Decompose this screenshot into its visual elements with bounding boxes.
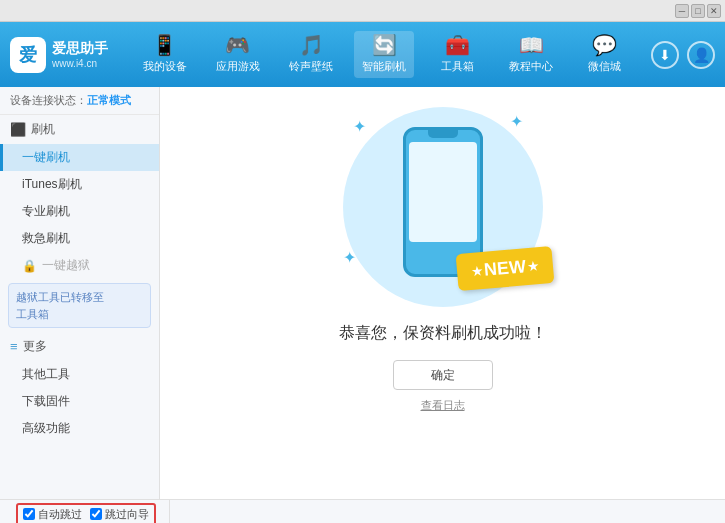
sparkle-icon-3: ✦ — [343, 248, 356, 267]
nav-my-device[interactable]: 📱 我的设备 — [135, 31, 195, 78]
one-key-flash-label: 一键刷机 — [22, 150, 70, 164]
main-container: 设备连接状态：正常模式 ⬛ 刷机 一键刷机 iTunes刷机 专业刷机 救急刷机… — [0, 87, 725, 499]
auto-dismiss-checkbox[interactable]: 自动跳过 — [23, 507, 82, 522]
logo: 爱 爱思助手 www.i4.cn — [10, 37, 108, 73]
other-tools-label: 其他工具 — [22, 367, 70, 381]
flash-section: ⬛ 刷机 一键刷机 iTunes刷机 专业刷机 救急刷机 — [0, 115, 159, 252]
nav-ringtones[interactable]: 🎵 铃声壁纸 — [281, 31, 341, 78]
toolbox-label: 工具箱 — [441, 59, 474, 74]
phone-illustration: ✦ ✦ ✦ NEW — [323, 107, 563, 307]
ringtones-icon: 🎵 — [299, 35, 324, 55]
sidebar-item-save-data-flash[interactable]: 救急刷机 — [0, 225, 159, 252]
save-data-flash-label: 救急刷机 — [22, 231, 70, 245]
auto-dismiss-label: 自动跳过 — [38, 507, 82, 522]
more-section-label: 更多 — [23, 338, 47, 355]
notice-text: 越狱工具已转移至工具箱 — [16, 291, 104, 320]
nav-tutorials[interactable]: 📖 教程中心 — [501, 31, 561, 78]
bottom-bar: 自动跳过 跳过向导 📱 iPhone 12 mini 64GB Down-12m… — [0, 499, 725, 523]
confirm-button[interactable]: 确定 — [393, 360, 493, 390]
toolbox-icon: 🧰 — [445, 35, 470, 55]
logo-text: 爱思助手 www.i4.cn — [52, 39, 108, 70]
success-text: 恭喜您，保资料刷机成功啦！ — [339, 323, 547, 344]
sidebar: 设备连接状态：正常模式 ⬛ 刷机 一键刷机 iTunes刷机 专业刷机 救急刷机… — [0, 87, 160, 499]
auto-dismiss-input[interactable] — [23, 508, 35, 520]
sparkle-icon-1: ✦ — [353, 117, 366, 136]
sidebar-item-one-key-flash[interactable]: 一键刷机 — [0, 144, 159, 171]
status-prefix: 设备连接状态： — [10, 94, 87, 106]
wechat-city-icon: 💬 — [592, 35, 617, 55]
skip-wizard-label: 跳过向导 — [105, 507, 149, 522]
view-log-link[interactable]: 查看日志 — [421, 398, 465, 413]
my-device-icon: 📱 — [152, 35, 177, 55]
content-area: ✦ ✦ ✦ NEW 恭喜您，保资料刷机成功啦！ 确定 查看日志 — [160, 87, 725, 499]
logo-title: 爱思助手 — [52, 39, 108, 57]
more-section-header[interactable]: ≡ 更多 — [0, 332, 159, 361]
more-section-icon: ≡ — [10, 339, 18, 354]
nav-wechat-city[interactable]: 💬 微信城 — [574, 31, 634, 78]
new-badge: NEW — [455, 246, 554, 291]
jailbreak-locked: 🔒 一键越狱 — [0, 252, 159, 279]
sidebar-item-itunes-flash[interactable]: iTunes刷机 — [0, 171, 159, 198]
flash-section-icon: ⬛ — [10, 122, 26, 137]
skip-wizard-input[interactable] — [90, 508, 102, 520]
sidebar-item-download-firmware[interactable]: 下载固件 — [0, 388, 159, 415]
sidebar-notice: 越狱工具已转移至工具箱 — [8, 283, 151, 328]
logo-url: www.i4.cn — [52, 57, 108, 70]
smart-shop-icon: 🔄 — [372, 35, 397, 55]
header: 爱 爱思助手 www.i4.cn 📱 我的设备 🎮 应用游戏 🎵 铃声壁纸 🔄 … — [0, 22, 725, 87]
sidebar-item-pro-flash[interactable]: 专业刷机 — [0, 198, 159, 225]
maximize-button[interactable]: □ — [691, 4, 705, 18]
sidebar-item-other-tools[interactable]: 其他工具 — [0, 361, 159, 388]
nav-toolbox[interactable]: 🧰 工具箱 — [428, 31, 488, 78]
smart-shop-label: 智能刷机 — [362, 59, 406, 74]
window-controls: ─ □ ✕ — [675, 4, 721, 18]
lock-icon: 🔒 — [22, 259, 37, 273]
flash-section-header[interactable]: ⬛ 刷机 — [0, 115, 159, 144]
phone-screen — [409, 142, 477, 242]
flash-section-label: 刷机 — [31, 121, 55, 138]
jailbreak-label: 一键越狱 — [42, 257, 90, 274]
header-right: ⬇ 👤 — [651, 41, 715, 69]
tutorials-icon: 📖 — [519, 35, 544, 55]
pro-flash-label: 专业刷机 — [22, 204, 70, 218]
download-button[interactable]: ⬇ — [651, 41, 679, 69]
logo-icon: 爱 — [10, 37, 46, 73]
close-button[interactable]: ✕ — [707, 4, 721, 18]
sidebar-item-advanced[interactable]: 高级功能 — [0, 415, 159, 442]
checkboxes-border: 自动跳过 跳过向导 — [16, 503, 156, 524]
bottom-left: 自动跳过 跳过向导 📱 iPhone 12 mini 64GB Down-12m… — [10, 499, 170, 524]
phone-notch — [428, 130, 458, 138]
itunes-flash-label: iTunes刷机 — [22, 177, 82, 191]
skip-wizard-checkbox[interactable]: 跳过向导 — [90, 507, 149, 522]
ringtones-label: 铃声壁纸 — [289, 59, 333, 74]
nav-bar: 📱 我的设备 🎮 应用游戏 🎵 铃声壁纸 🔄 智能刷机 🧰 工具箱 📖 教程中心… — [128, 31, 641, 78]
status-value: 正常模式 — [87, 94, 131, 106]
more-section: ≡ 更多 其他工具 下载固件 高级功能 — [0, 332, 159, 442]
title-bar: ─ □ ✕ — [0, 0, 725, 22]
nav-apps-games[interactable]: 🎮 应用游戏 — [208, 31, 268, 78]
download-firmware-label: 下载固件 — [22, 394, 70, 408]
user-button[interactable]: 👤 — [687, 41, 715, 69]
apps-games-label: 应用游戏 — [216, 59, 260, 74]
advanced-label: 高级功能 — [22, 421, 70, 435]
apps-games-icon: 🎮 — [225, 35, 250, 55]
my-device-label: 我的设备 — [143, 59, 187, 74]
sparkle-icon-2: ✦ — [510, 112, 523, 131]
nav-smart-shop[interactable]: 🔄 智能刷机 — [354, 31, 414, 78]
minimize-button[interactable]: ─ — [675, 4, 689, 18]
wechat-city-label: 微信城 — [588, 59, 621, 74]
status-bar: 设备连接状态：正常模式 — [0, 87, 159, 115]
tutorials-label: 教程中心 — [509, 59, 553, 74]
